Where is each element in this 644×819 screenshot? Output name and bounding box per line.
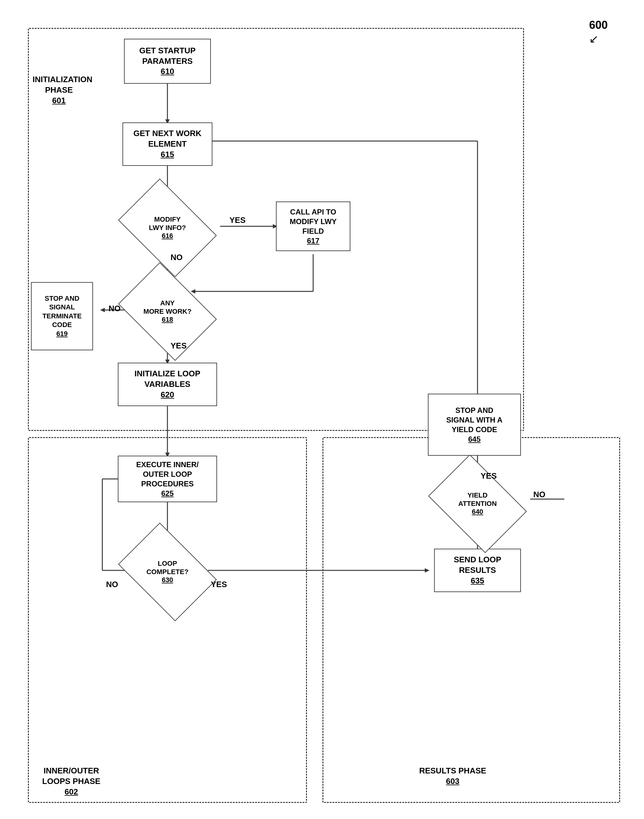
ref-arrow: ↙: [589, 32, 598, 46]
label-yes-618: YES: [170, 341, 187, 351]
init-phase-label: INITIALIZATION PHASE 601: [32, 74, 85, 106]
node-610: GET STARTUPPARAMTERS610: [124, 39, 211, 84]
label-no-640: NO: [533, 490, 545, 499]
diagram-container: 600 ↙ INITIALIZATION PHASE 601 INNER/OUT…: [12, 12, 626, 806]
node-619: STOP ANDSIGNALTERMINATECODE619: [31, 282, 93, 350]
node-645: STOP ANDSIGNAL WITH AYIELD CODE645: [428, 394, 521, 456]
label-no-630: NO: [106, 580, 118, 589]
label-yes-630: YES: [211, 580, 227, 589]
node-615: GET NEXT WORKELEMENT615: [123, 122, 212, 166]
ref-number: 600: [589, 18, 608, 32]
label-yes-640: YES: [481, 471, 497, 481]
node-635: SEND LOOPRESULTS635: [434, 549, 521, 592]
results-phase-label: RESULTS PHASE 603: [391, 766, 515, 787]
node-617: CALL API TOMODIFY LWYFIELD617: [276, 202, 350, 251]
label-yes-616: YES: [230, 216, 245, 225]
label-no-618: NO: [109, 304, 121, 314]
node-625: EXECUTE INNER/OUTER LOOPPROCEDURES625: [118, 456, 217, 502]
node-620: INITIALIZE LOOPVARIABLES620: [118, 363, 217, 406]
label-no-616: NO: [170, 253, 182, 262]
loop-phase-label: INNER/OUTER LOOPS PHASE 602: [34, 766, 109, 797]
